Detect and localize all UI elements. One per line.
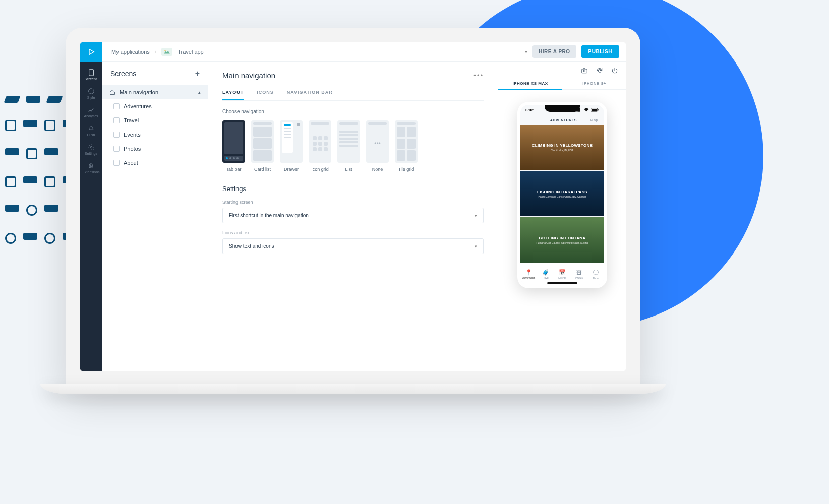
- chevron-up-icon: ▴: [198, 90, 201, 95]
- phone-header-title: ADVENTURES: [550, 118, 577, 122]
- starting-screen-select[interactable]: First shortcut in the main navigation ▾: [222, 208, 484, 223]
- app-icon: [161, 48, 172, 56]
- tab-layout[interactable]: LAYOUT: [222, 90, 244, 100]
- screen-item-adventures[interactable]: Adventures: [102, 99, 208, 113]
- screens-title: Screens: [110, 70, 136, 78]
- phone-header: ADVENTURES Map: [520, 115, 604, 125]
- file-icon: [113, 103, 120, 109]
- phone-tab-about[interactable]: ⓘAbout: [587, 263, 604, 285]
- phone-preview: 6:02 ADVENTURES Map: [517, 102, 607, 288]
- image-icon: 🖼: [576, 270, 582, 276]
- main-area: Main navigation ••• LAYOUT ICONS NAVIGAT…: [208, 62, 498, 371]
- card-fishing[interactable]: FISHING IN HAKAI PASS Hakai Luxvbalis Co…: [520, 171, 604, 217]
- add-screen-button[interactable]: +: [195, 69, 200, 78]
- hire-pro-button[interactable]: HIRE A PRO: [532, 45, 576, 58]
- svg-rect-12: [598, 109, 598, 111]
- gear-icon: [88, 144, 95, 151]
- sidenav-item-screens[interactable]: Screens: [80, 65, 102, 84]
- starting-screen-label: Starting screen: [222, 200, 484, 205]
- svg-point-5: [583, 70, 585, 72]
- preview-tab-iphone8[interactable]: IPHONE 8+: [562, 77, 626, 90]
- svg-point-0: [165, 50, 166, 51]
- status-time: 6:02: [525, 108, 534, 112]
- screen-item-photos[interactable]: Photos: [102, 142, 208, 156]
- calendar-icon: 📅: [559, 269, 566, 276]
- breadcrumb-current[interactable]: Travel app: [177, 49, 204, 55]
- laptop-base: [40, 384, 666, 394]
- screens-panel: Screens + Main navigation ▴ Adventures T…: [102, 62, 208, 371]
- home-indicator: [547, 282, 577, 284]
- sidenav-item-push[interactable]: Push: [80, 121, 102, 140]
- style-icon: [88, 88, 95, 95]
- nav-option-card-list[interactable]: Card list: [251, 120, 274, 172]
- sidenav: Screens Style Analytics Push Settings: [80, 62, 102, 371]
- breadcrumb-apps[interactable]: My applications: [111, 49, 150, 55]
- play-icon: [87, 48, 95, 56]
- tab-navigation-bar[interactable]: NAVIGATION BAR: [287, 90, 333, 100]
- info-icon: ⓘ: [593, 269, 599, 276]
- sidenav-item-settings[interactable]: Settings: [80, 140, 102, 158]
- preview-panel: IPHONE XS MAX IPHONE 8+ 6:02: [498, 62, 626, 371]
- home-icon: [109, 89, 115, 95]
- app-screen: My applications › Travel app ▾ HIRE A PR…: [80, 42, 626, 371]
- analytics-icon: [88, 106, 95, 113]
- nav-option-icon-grid[interactable]: Icon grid: [309, 120, 331, 172]
- sidenav-item-extensions[interactable]: Extensions: [80, 158, 102, 177]
- push-icon: [88, 125, 95, 132]
- topbar: My applications › Travel app ▾ HIRE A PR…: [80, 42, 626, 62]
- svg-point-3: [90, 146, 92, 148]
- sidenav-item-style[interactable]: Style: [80, 84, 102, 102]
- pin-icon: 📍: [525, 269, 532, 276]
- main-title: Main navigation: [222, 71, 275, 80]
- nav-option-list[interactable]: List: [337, 120, 360, 172]
- file-icon: [113, 132, 120, 138]
- icons-text-select[interactable]: Show text and icons ▾: [222, 238, 484, 254]
- screen-item-about[interactable]: About: [102, 156, 208, 170]
- chevron-down-icon: ▾: [475, 213, 477, 218]
- chevron-down-icon: ▾: [475, 244, 477, 249]
- nav-option-none[interactable]: ••• None: [366, 120, 389, 172]
- svg-rect-4: [582, 69, 587, 73]
- extensions-icon: [88, 162, 95, 169]
- chevron-down-icon[interactable]: ▾: [525, 49, 527, 54]
- refresh-icon[interactable]: [596, 67, 603, 74]
- file-icon: [113, 146, 120, 152]
- laptop-frame: My applications › Travel app ▾ HIRE A PR…: [66, 28, 640, 386]
- phone-tab-adventures[interactable]: 📍Adventures: [520, 263, 537, 285]
- nav-option-drawer[interactable]: Drawer: [280, 120, 303, 172]
- preview-tab-xsmax[interactable]: IPHONE XS MAX: [498, 77, 562, 90]
- svg-rect-1: [89, 70, 93, 76]
- publish-button[interactable]: PUBLISH: [581, 45, 619, 58]
- chevron-right-icon: ›: [155, 49, 156, 54]
- power-icon[interactable]: [611, 67, 618, 74]
- app-logo[interactable]: [80, 42, 102, 62]
- camera-icon[interactable]: [581, 67, 588, 74]
- main-tabs: LAYOUT ICONS NAVIGATION BAR: [222, 90, 484, 101]
- choose-navigation-label: Choose navigation: [222, 109, 484, 114]
- sidenav-item-analytics[interactable]: Analytics: [80, 102, 102, 121]
- screen-item-events[interactable]: Events: [102, 128, 208, 142]
- phone-map-link[interactable]: Map: [590, 118, 598, 122]
- screens-icon: [88, 69, 95, 76]
- suitcase-icon: 🧳: [542, 269, 549, 276]
- tab-icons[interactable]: ICONS: [257, 90, 274, 100]
- nav-option-tile-grid[interactable]: Tile grid: [395, 120, 418, 172]
- settings-heading: Settings: [222, 185, 484, 193]
- phone-notch: [545, 105, 580, 112]
- file-icon: [113, 160, 120, 166]
- more-menu[interactable]: •••: [473, 72, 484, 79]
- breadcrumb: My applications › Travel app: [111, 48, 204, 56]
- icons-text-label: Icons and text: [222, 230, 484, 235]
- svg-rect-11: [592, 109, 597, 111]
- screen-main-navigation[interactable]: Main navigation ▴: [102, 85, 208, 99]
- screen-item-travel[interactable]: Travel: [102, 113, 208, 128]
- card-climbing[interactable]: CLIMBING IN YELLOWSTONE Trout Lake, ID, …: [520, 125, 604, 170]
- navigation-options: Tab bar Card list Drawer Icon grid: [222, 120, 484, 172]
- card-golfing[interactable]: GOLFING IN FONTANA Fontana Golf Course, …: [520, 217, 604, 263]
- nav-option-tab-bar[interactable]: Tab bar: [222, 120, 245, 172]
- file-icon: [113, 117, 120, 123]
